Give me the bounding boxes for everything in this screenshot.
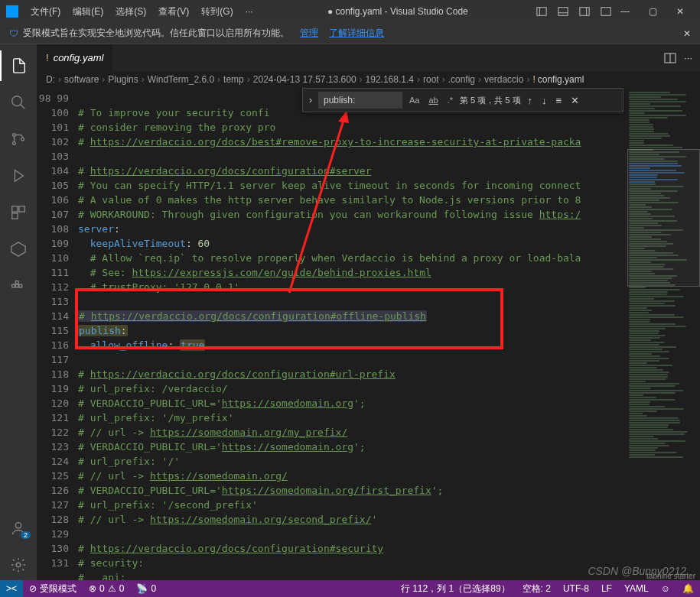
editor-group: ! config.yaml ··· D:› software› Plugins›… [37,44,700,580]
find-widget[interactable]: › Aa ab .* 第 5 项，共 5 项 ↑ ↓ ≡ ✕ [302,88,623,112]
menu-more[interactable]: ··· [239,6,259,17]
crumb[interactable]: 2024-04-13 17.57.13.600 [253,74,357,85]
find-next-icon[interactable]: ↓ [539,95,549,106]
crumb[interactable]: D: [46,74,55,85]
crumb[interactable]: .config [448,74,475,85]
tab-config-yaml[interactable]: ! config.yaml [37,44,113,71]
status-ports[interactable]: 📡0 [130,583,162,594]
tabnine-badge: tabnine starter [646,572,695,580]
activity-bar: 2 [0,44,37,580]
svg-point-10 [13,142,16,145]
breadcrumb[interactable]: D:› software› Plugins› WindTerm_2.6.0› t… [37,71,700,88]
svg-rect-15 [12,213,18,219]
status-bell-icon[interactable]: 🔔 [676,582,700,595]
find-wholeword-icon[interactable]: ab [426,95,440,105]
menu-view[interactable]: 查看(V) [152,5,195,18]
svg-point-9 [13,134,16,137]
crumb[interactable]: verdaccio [484,74,523,85]
activity-debug[interactable] [0,161,37,191]
activity-account[interactable]: 2 [0,513,37,543]
restricted-mode-banner: 🛡 受限模式旨在实现安全地浏览代码。信任此窗口以启用所有功能。 管理 了解详细信… [0,23,700,44]
status-indent[interactable]: 空格: 2 [516,582,557,595]
panel-bottom-icon[interactable] [558,6,568,17]
activity-docker[interactable] [0,271,37,301]
minimap[interactable]: /* placeholder for mm lines generated be… [627,88,700,580]
vscode-icon [6,5,18,18]
find-counter: 第 5 项，共 5 项 [460,95,520,106]
svg-point-22 [16,563,21,567]
menu-file[interactable]: 文件(F) [24,5,67,18]
banner-manage-link[interactable]: 管理 [300,27,318,40]
status-cursor[interactable]: 行 112，列 1（已选择89） [395,582,516,595]
layout-icon[interactable] [601,6,611,17]
svg-line-8 [21,105,25,109]
banner-learn-link[interactable]: 了解详细信息 [329,27,384,40]
panel-left-icon[interactable] [536,6,547,17]
find-input[interactable] [318,92,402,109]
activity-explorer[interactable] [0,50,37,81]
svg-point-11 [21,138,24,141]
find-case-icon[interactable]: Aa [407,95,422,105]
svg-rect-2 [558,8,568,16]
status-problems[interactable]: ⊗0 ⚠0 [83,583,130,594]
tab-filename: config.yaml [54,52,104,63]
activity-scm[interactable] [0,124,37,154]
status-eol[interactable]: LF [595,582,618,595]
menu-goto[interactable]: 转到(G) [195,5,239,18]
crumb[interactable]: software [64,74,99,85]
svg-point-21 [15,523,21,528]
svg-marker-12 [15,170,23,182]
status-remote[interactable]: >< [0,580,23,597]
menu-selection[interactable]: 选择(S) [109,5,152,18]
line-numbers: 98 99 100 101 102 103 104 105 106 107 10… [37,88,78,580]
maximize-button[interactable]: ▢ [639,6,666,17]
panel-right-icon[interactable] [579,6,590,17]
svg-rect-4 [580,8,589,16]
svg-rect-13 [12,206,18,212]
svg-rect-14 [19,206,24,212]
status-encoding[interactable]: UTF-8 [557,582,595,595]
close-button[interactable]: ✕ [666,6,694,17]
status-lang[interactable]: YAML [618,582,655,595]
svg-rect-20 [15,281,18,284]
crumb[interactable]: Plugins [108,74,138,85]
svg-rect-6 [601,8,610,16]
svg-rect-0 [537,8,546,16]
code-content[interactable]: # To improve your security confi # consi… [78,88,627,580]
menu-edit[interactable]: 编辑(E) [67,5,109,18]
yaml-file-icon: ! [532,74,535,85]
shield-icon: 🛡 [9,28,18,39]
restricted-icon: ⊘ [29,583,37,594]
tab-bar: ! config.yaml ··· [37,44,700,71]
window-title: ● config.yaml - Visual Studio Code [259,6,536,17]
tab-more-icon[interactable]: ··· [684,52,692,64]
account-badge: 2 [21,531,31,539]
crumb[interactable]: WindTerm_2.6.0 [148,74,214,85]
banner-close-icon[interactable]: ✕ [683,28,691,39]
activity-settings[interactable] [0,550,37,580]
svg-rect-17 [12,284,15,287]
find-regex-icon[interactable]: .* [445,95,455,105]
svg-rect-19 [19,284,22,287]
status-feedback-icon[interactable]: ☺ [655,582,676,595]
code-area[interactable]: 98 99 100 101 102 103 104 105 106 107 10… [37,88,700,580]
find-close-icon[interactable]: ✕ [568,95,581,106]
find-selection-icon[interactable]: ≡ [554,95,565,106]
layout-controls [536,6,611,17]
activity-extensions[interactable] [0,197,37,228]
status-restricted[interactable]: ⊘ 受限模式 [23,582,83,595]
crumb-file[interactable]: config.yaml [538,74,584,85]
crumb[interactable]: temp [223,74,244,85]
crumb[interactable]: root [423,74,439,85]
minimize-button[interactable]: — [611,6,639,17]
activity-search[interactable] [0,87,37,118]
modified-icon: ! [46,52,49,63]
activity-tabnine[interactable] [0,234,37,264]
svg-rect-18 [15,284,18,287]
find-prev-icon[interactable]: ↑ [526,95,536,106]
title-bar: 文件(F) 编辑(E) 选择(S) 查看(V) 转到(G) ··· ● conf… [0,0,700,23]
svg-marker-16 [11,242,25,256]
crumb[interactable]: 192.168.1.4 [366,74,414,85]
find-toggle-replace-icon[interactable]: › [308,95,314,105]
split-editor-icon[interactable] [664,52,676,64]
